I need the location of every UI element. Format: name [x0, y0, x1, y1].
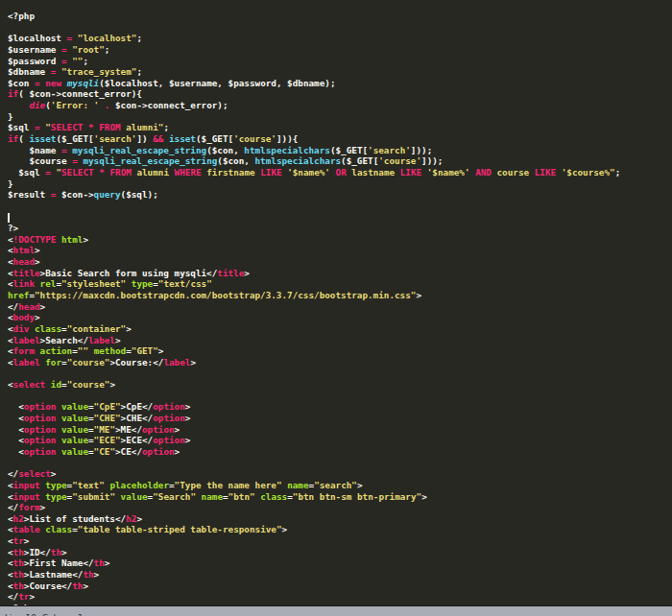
code-line-11[interactable]: $sql = "SELECT * FROM alumni";	[8, 122, 672, 133]
code-token: >	[35, 245, 40, 255]
code-token: >CHE</	[121, 413, 154, 423]
code-line-13[interactable]: $name = mysqli_real_escape_string($con, …	[8, 145, 672, 156]
code-line-4[interactable]: $username = "root";	[8, 44, 672, 56]
code-line-31[interactable]: <form action="" method="GET">	[8, 345, 672, 357]
code-line-2[interactable]	[8, 22, 672, 34]
code-line-9[interactable]: die('Error: ' . $con->connect_error);	[8, 100, 672, 111]
code-token: lastname	[347, 167, 400, 178]
code-line-18[interactable]	[8, 201, 672, 212]
code-token: $con->connect_error);	[109, 100, 228, 110]
code-line-52[interactable]: <th>Course</th>	[8, 580, 672, 592]
code-token: select	[13, 379, 46, 390]
code-token: $result	[8, 189, 51, 200]
code-token: "course"	[67, 379, 110, 390]
code-line-16[interactable]: }	[8, 178, 672, 190]
code-line-26[interactable]: href="https://maxcdn.bootstrapcdn.com/bo…	[8, 290, 672, 301]
code-line-37[interactable]: <option value="CHE">CHE</option>	[8, 413, 672, 424]
code-token: value	[121, 491, 148, 502]
code-line-10[interactable]: }	[8, 111, 672, 123]
code-line-5[interactable]: $password = "";	[8, 56, 672, 67]
code-token: th	[51, 547, 61, 557]
code-line-14[interactable]: $course = mysqli_real_escape_string($con…	[8, 155, 672, 167]
code-token: htmlspecialchars	[255, 155, 342, 166]
code-line-47[interactable]: <table class="table table-striped table-…	[8, 524, 672, 535]
code-token: firstname	[202, 167, 261, 178]
code-line-36[interactable]: <option value="CpE">CpE</option>	[8, 401, 672, 413]
code-line-41[interactable]	[8, 458, 672, 469]
code-line-28[interactable]: <body>	[8, 312, 672, 323]
code-line-33[interactable]	[8, 368, 672, 380]
code-line-24[interactable]: <title>Basic Search form using mysqli</t…	[8, 268, 672, 279]
code-token: th	[94, 557, 105, 568]
code-line-34[interactable]: <select id="course">	[8, 379, 672, 391]
code-line-17[interactable]: $result = $con->query($sql);	[8, 189, 672, 201]
code-token: th	[13, 547, 24, 557]
code-token: ($_GET[	[56, 133, 93, 144]
code-line-49[interactable]: <th>ID</th>	[8, 547, 672, 558]
code-line-44[interactable]: <input type="submit" value="Search" name…	[8, 491, 672, 503]
code-line-27[interactable]: </head>	[8, 301, 672, 313]
code-line-3[interactable]: $localhost = "localhost";	[8, 33, 672, 44]
code-line-39[interactable]: <option value="ECE">ECE</option>	[8, 435, 672, 446]
code-token: >Search</	[40, 335, 88, 345]
code-token: <?php	[8, 11, 35, 21]
code-token: LIKE	[400, 167, 421, 178]
code-line-40[interactable]: <option value="CE">CE</option>	[8, 446, 672, 458]
code-token: >	[61, 547, 67, 557]
code-line-30[interactable]: <label>Search</label>	[8, 335, 672, 346]
code-line-7[interactable]: $con = new mysqli($localhost, $username,…	[8, 78, 672, 89]
code-line-20[interactable]: ?>	[8, 223, 672, 234]
code-line-8[interactable]: if( $con->connect_error){	[8, 88, 672, 100]
code-token: option	[24, 401, 57, 412]
code-token: th	[72, 580, 83, 591]
code-line-19[interactable]	[8, 212, 672, 224]
code-line-15[interactable]: $sql = "SELECT * FROM alumni WHERE first…	[8, 167, 672, 178]
code-editor[interactable]: <?php$localhost = "localhost";$username …	[8, 11, 672, 614]
code-token: mysqli_real_escape_string	[83, 155, 217, 166]
code-line-22[interactable]: <html>	[8, 245, 672, 256]
code-token: 'course'	[378, 155, 421, 166]
code-token: body	[13, 312, 35, 322]
code-token: >	[357, 480, 363, 490]
code-token: if	[8, 133, 18, 144]
code-token: "text"	[72, 480, 105, 490]
code-line-32[interactable]: <label for="course">Course:</label>	[8, 357, 672, 368]
code-line-1[interactable]: <?php	[8, 11, 672, 22]
code-line-12[interactable]: if( isset($_GET['search']) && isset($_GE…	[8, 133, 672, 145]
code-line-6[interactable]: $dbname = "trace_system";	[8, 66, 672, 78]
code-token: 'Error: '	[51, 100, 99, 110]
code-line-29[interactable]: <div class="container">	[8, 323, 672, 335]
code-line-43[interactable]: <input type="text" placeholder="Type the…	[8, 480, 672, 491]
code-line-51[interactable]: <th>Lastname</th>	[8, 569, 672, 580]
code-token: label	[13, 335, 40, 345]
code-line-35[interactable]	[8, 391, 672, 402]
code-token: "https://maxcdn.bootstrapcdn.com/bootstr…	[35, 290, 416, 300]
code-token: placeholder	[109, 480, 169, 490]
code-line-25[interactable]: <link rel="stylesheet" type="text/css"	[8, 278, 672, 290]
code-line-38[interactable]: <option value="ME">ME</option>	[8, 424, 672, 436]
code-line-48[interactable]: <tr>	[8, 535, 672, 547]
code-line-53[interactable]: </tr>	[8, 591, 672, 603]
code-token: $password	[8, 56, 61, 66]
code-token: >	[24, 535, 30, 546]
code-line-21[interactable]: <!DOCTYPE html>	[8, 234, 672, 246]
code-line-23[interactable]: <head>	[8, 256, 672, 268]
code-token: html	[13, 245, 35, 255]
code-line-50[interactable]: <th>First Name</th>	[8, 557, 672, 569]
code-token: option	[153, 401, 185, 412]
code-token: title	[13, 268, 40, 278]
code-line-42[interactable]: </select>	[8, 468, 672, 480]
code-token: >	[190, 357, 196, 367]
code-token: for	[45, 357, 61, 367]
code-token: value	[61, 435, 88, 445]
code-token: rel	[40, 278, 57, 289]
code-token: htmlspecialchars	[244, 145, 330, 155]
code-token: >	[421, 491, 427, 502]
code-line-45[interactable]: </form>	[8, 502, 672, 513]
code-token: >	[51, 468, 57, 479]
code-line-46[interactable]: <h2>List of students</h2>	[8, 513, 672, 525]
code-token: ($_GET[	[330, 145, 368, 155]
code-token: <	[8, 435, 24, 445]
code-token: ($con,	[217, 155, 254, 166]
code-token: "text/css"	[158, 278, 212, 289]
